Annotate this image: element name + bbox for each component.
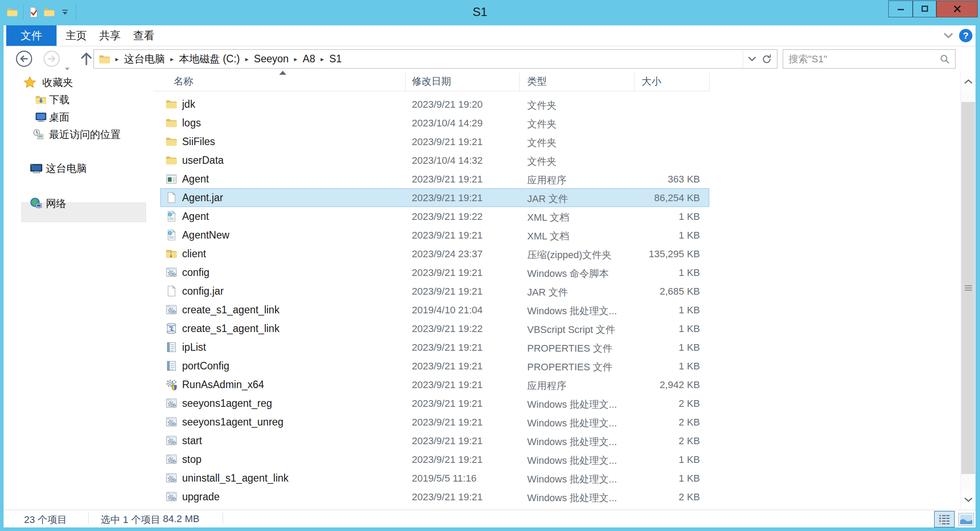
file-type: 文件夹 bbox=[527, 118, 557, 131]
table-row[interactable]: stop2023/9/21 19:21Windows 批处理文...1 KB bbox=[154, 450, 961, 469]
table-row[interactable]: Agent2023/9/21 19:21应用程序363 KB bbox=[154, 170, 961, 188]
tab-file[interactable]: 文件 bbox=[6, 25, 57, 46]
file-date: 2019/5/5 11:16 bbox=[412, 473, 476, 484]
scroll-down-button[interactable] bbox=[961, 490, 976, 510]
sidebar-item[interactable]: 这台电脑 bbox=[4, 159, 154, 177]
file-size: 2 KB bbox=[611, 435, 700, 447]
address-bar[interactable]: ▸这台电脑▸本地磁盘 (C:)▸Seeyon▸A8▸S1 bbox=[94, 49, 777, 69]
file-type: XML 文档 bbox=[527, 230, 569, 243]
table-row[interactable]: Agent.jar2023/9/21 19:21JAR 文件86,254 KB bbox=[154, 188, 961, 207]
table-row[interactable]: seeyons1agent_unreg2023/9/21 19:21Window… bbox=[154, 413, 961, 431]
table-row[interactable]: create_s1_agent_link2019/4/10 21:04Windo… bbox=[154, 300, 961, 319]
qat-customize-chevron-icon[interactable] bbox=[61, 9, 69, 16]
file-name: logs bbox=[182, 117, 201, 129]
file-size: 1 KB bbox=[611, 454, 700, 466]
column-header-date[interactable]: 修改日期 bbox=[412, 75, 451, 88]
details-view-button[interactable] bbox=[934, 511, 955, 527]
search-input[interactable] bbox=[783, 53, 939, 65]
table-row[interactable]: config2023/9/21 19:21Windows 命令脚本1 KB bbox=[154, 263, 961, 282]
table-row[interactable]: config.jar2023/9/21 19:21JAR 文件2,685 KB bbox=[154, 282, 961, 300]
sidebar-item[interactable]: 桌面 bbox=[4, 108, 154, 126]
sidebar-item[interactable]: 收藏夹 bbox=[4, 73, 154, 91]
back-icon[interactable] bbox=[15, 46, 33, 71]
properties-icon[interactable] bbox=[28, 6, 40, 18]
sidebar-item-label: 收藏夹 bbox=[42, 76, 73, 89]
previous-locations-chevron-icon[interactable] bbox=[748, 56, 756, 62]
table-row[interactable]: SiiFiles2023/9/21 19:21文件夹 bbox=[154, 132, 961, 151]
file-name: config bbox=[182, 267, 209, 279]
breadcrumb-arrow-icon[interactable]: ▸ bbox=[170, 55, 175, 63]
expand-ribbon-chevron-icon[interactable] bbox=[942, 31, 955, 41]
file-size: 1 KB bbox=[611, 473, 700, 484]
minimize-icon bbox=[895, 3, 907, 15]
file-size: 1 KB bbox=[611, 267, 700, 279]
batch-file-icon bbox=[165, 304, 178, 316]
file-size: 2 KB bbox=[611, 491, 700, 503]
column-header-type[interactable]: 类型 bbox=[527, 75, 547, 88]
breadcrumb-arrow-icon[interactable]: ▸ bbox=[293, 55, 298, 63]
thumbnail-view-button[interactable] bbox=[957, 512, 975, 527]
table-row[interactable]: start2023/9/21 19:21Windows 批处理文...2 KB bbox=[154, 431, 961, 450]
table-row[interactable]: client2023/9/24 23:37压缩(zipped)文件夹135,29… bbox=[154, 244, 961, 263]
breadcrumb-item[interactable]: 这台电脑 bbox=[120, 52, 170, 66]
minimize-button[interactable] bbox=[888, 0, 913, 17]
ribbon-bar: 文件 主页 共享 查看 ? bbox=[4, 25, 976, 46]
column-separator[interactable] bbox=[519, 73, 520, 91]
table-row[interactable]: logs2023/10/4 14:29文件夹 bbox=[154, 113, 961, 132]
refresh-icon[interactable] bbox=[761, 53, 773, 65]
column-header-size[interactable]: 大小 bbox=[642, 75, 661, 88]
tab-home[interactable]: 主页 bbox=[61, 25, 92, 46]
column-separator[interactable] bbox=[709, 73, 710, 91]
vertical-scrollbar[interactable] bbox=[960, 71, 976, 510]
sidebar-item[interactable]: 网络 bbox=[4, 195, 154, 212]
breadcrumb-item[interactable]: Seeyon bbox=[249, 53, 293, 65]
sidebar-item-label: 这台电脑 bbox=[46, 162, 87, 175]
breadcrumb-item[interactable]: A8 bbox=[298, 53, 320, 65]
forward-icon[interactable] bbox=[43, 46, 61, 71]
column-separator[interactable] bbox=[634, 73, 634, 91]
tab-share[interactable]: 共享 bbox=[94, 25, 126, 46]
file-date: 2023/9/21 19:21 bbox=[412, 267, 483, 279]
window-body: 文件 主页 共享 查看 ? bbox=[4, 25, 976, 527]
new-folder-icon[interactable] bbox=[43, 6, 55, 18]
table-row[interactable]: userData2023/10/4 14:32文件夹 bbox=[154, 151, 961, 170]
maximize-button[interactable] bbox=[913, 0, 936, 17]
table-row[interactable]: RunAsAdmin_x642023/9/21 19:21应用程序2,942 K… bbox=[154, 375, 961, 394]
table-row[interactable]: Agent2023/9/21 19:22XML 文档1 KB bbox=[154, 207, 961, 226]
table-row[interactable]: create_s1_agent_link2023/9/21 19:22VBScr… bbox=[154, 319, 961, 338]
folder-icon bbox=[165, 98, 178, 110]
file-name: config.jar bbox=[182, 285, 224, 297]
table-row[interactable]: uninstall_s1_agent_link2019/5/5 11:16Win… bbox=[154, 469, 961, 487]
search-icon[interactable] bbox=[939, 53, 955, 65]
breadcrumb-arrow-icon[interactable]: ▸ bbox=[114, 55, 120, 63]
breadcrumb-item[interactable]: S1 bbox=[325, 53, 346, 65]
table-row[interactable]: AgentNew2023/9/21 19:21XML 文档1 KB bbox=[154, 226, 961, 244]
file-date: 2023/10/4 14:32 bbox=[412, 155, 483, 166]
sidebar-item[interactable]: 最近访问的位置 bbox=[4, 126, 154, 143]
chevron-down-icon bbox=[964, 496, 973, 503]
file-name: SiiFiles bbox=[182, 136, 215, 148]
column-header-name[interactable]: 名称 bbox=[174, 75, 193, 88]
breadcrumb-arrow-icon[interactable]: ▸ bbox=[320, 55, 325, 63]
batch-file-icon bbox=[165, 453, 178, 466]
table-row[interactable]: jdk2023/9/21 19:20文件夹 bbox=[154, 95, 961, 113]
table-row[interactable]: ipList2023/9/21 19:21PROPERTIES 文件1 KB bbox=[154, 338, 961, 357]
file-date: 2019/4/10 21:04 bbox=[412, 304, 483, 316]
breadcrumb-arrow-icon[interactable]: ▸ bbox=[244, 55, 250, 63]
scroll-up-button[interactable] bbox=[961, 71, 976, 91]
table-row[interactable]: seeyons1agent_reg2023/9/21 19:21Windows … bbox=[154, 394, 961, 413]
table-row[interactable]: portConfig2023/9/21 19:21PROPERTIES 文件1 … bbox=[154, 357, 961, 375]
file-date: 2023/9/21 19:21 bbox=[412, 398, 483, 409]
tab-view[interactable]: 查看 bbox=[128, 25, 159, 46]
column-separator[interactable] bbox=[405, 73, 406, 91]
file-size: 1 KB bbox=[611, 323, 700, 335]
breadcrumb-item[interactable]: 本地磁盘 (C:) bbox=[175, 52, 244, 66]
table-row[interactable]: upgrade2023/9/21 19:21Windows 批处理文...2 K… bbox=[154, 487, 961, 506]
file-size: 2 KB bbox=[611, 417, 700, 428]
close-button[interactable] bbox=[936, 0, 978, 17]
help-button[interactable]: ? bbox=[959, 29, 972, 42]
up-icon[interactable] bbox=[78, 46, 94, 71]
file-type: Windows 批处理文... bbox=[527, 473, 617, 486]
scrollbar-thumb[interactable] bbox=[961, 102, 975, 474]
sidebar-item[interactable]: 下载 bbox=[4, 91, 154, 109]
